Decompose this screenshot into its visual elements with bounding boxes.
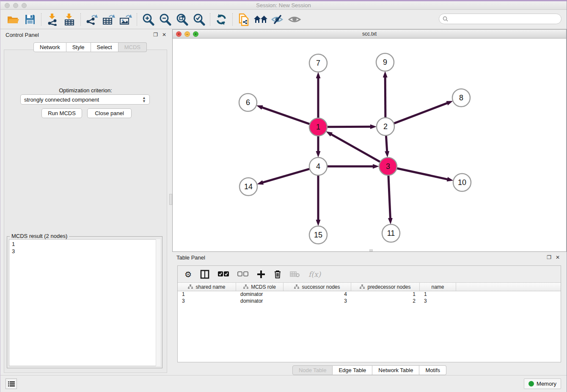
app-window: Session: New Session (0, 0, 567, 392)
edge-1-6[interactable] (262, 108, 310, 124)
select-all-icon[interactable] (218, 271, 229, 277)
close-panel-icon[interactable]: ✕ (162, 32, 166, 37)
zoom-fit-icon[interactable] (173, 12, 190, 27)
toolbar-separator (41, 13, 41, 26)
edge-2-8[interactable] (394, 103, 448, 123)
open-file-icon[interactable] (5, 12, 22, 27)
control-panel-tabs: NetworkStyleSelectMCDS (33, 42, 147, 52)
edge-3-10[interactable] (397, 168, 448, 179)
zoom-selected-icon[interactable] (190, 12, 207, 27)
column-header-predecessor-nodes[interactable]: predecessor nodes (351, 283, 420, 291)
table-panel-title: Table Panel (176, 254, 205, 261)
tab-node-table[interactable]: Node Table (292, 365, 333, 375)
hide-selected-icon[interactable] (269, 12, 286, 27)
show-all-icon[interactable] (286, 12, 303, 27)
save-session-icon[interactable] (22, 12, 39, 27)
mcds-result-list[interactable]: 1 3 (9, 239, 160, 366)
first-neighbors-icon[interactable] (252, 12, 269, 27)
delete-icon[interactable] (274, 270, 281, 279)
tab-select[interactable]: Select (91, 42, 118, 52)
column-header-name[interactable]: name (420, 283, 456, 291)
control-panel-title: Control Panel (6, 32, 39, 38)
main-titlebar: Session: New Session (0, 1, 567, 10)
network-canvas[interactable]: 7968124314101511 (173, 39, 566, 251)
task-history-icon[interactable] (6, 378, 17, 389)
criterion-value: strongly connected component (24, 97, 142, 103)
float-panel-icon[interactable]: ❐ (153, 32, 158, 37)
memory-label: Memory (537, 381, 556, 387)
close-table-panel-icon[interactable]: ✕ (556, 255, 560, 260)
node-label-6: 6 (246, 98, 250, 107)
float-table-panel-icon[interactable]: ❐ (547, 255, 551, 260)
search-box[interactable] (439, 14, 561, 24)
node-label-15: 15 (314, 231, 322, 239)
tab-motifs[interactable]: Motifs (419, 365, 446, 375)
add-column-icon[interactable] (257, 270, 265, 279)
export-image-icon[interactable] (117, 12, 134, 27)
delete-table-icon[interactable] (290, 271, 300, 278)
table-row[interactable]: 3dominator323 (178, 298, 561, 305)
node-label-9: 9 (383, 58, 387, 66)
cell-name: 1 (420, 291, 456, 298)
main-toolbar (0, 10, 567, 29)
import-table-icon[interactable] (61, 12, 78, 27)
table-row[interactable]: 1dominator411 (178, 291, 561, 298)
status-bar: Memory (0, 375, 567, 392)
column-header-MCDS-role[interactable]: MCDS role (236, 283, 284, 291)
table-panel: Table Panel ❐ ✕ ⚙ f(x) (172, 252, 567, 376)
split-pane-handle[interactable] (169, 194, 172, 205)
edge-1-2[interactable] (327, 127, 371, 127)
zoom-out-icon[interactable] (157, 12, 173, 27)
canvas-resize-handle[interactable] (369, 249, 373, 251)
chevron-up-down-icon: ▲▼ (142, 96, 146, 103)
mcds-panel: Optimization criterion: strongly connect… (4, 50, 167, 373)
memory-status-icon (528, 381, 534, 386)
node-label-7: 7 (316, 59, 320, 67)
node-table: ⚙ f(x) shared nameMCDS rolesuccessor nod… (177, 265, 561, 362)
table-header-row: shared nameMCDS rolesuccessor nodesprede… (178, 283, 561, 291)
edge-4-14[interactable] (263, 169, 310, 182)
edge-3-11[interactable] (388, 175, 391, 218)
criterion-dropdown[interactable]: strongly connected component ▲▼ (20, 94, 150, 105)
clone-network-icon[interactable] (235, 12, 252, 27)
function-builder-icon[interactable]: f(x) (308, 270, 321, 279)
cell-successor-nodes: 3 (284, 298, 351, 305)
window-title: Session: New Session (0, 2, 567, 8)
export-table-icon[interactable] (100, 12, 117, 27)
export-network-icon[interactable] (83, 12, 100, 27)
sort-column-icon (188, 284, 193, 289)
sort-column-icon (360, 284, 365, 289)
memory-button[interactable]: Memory (524, 378, 561, 389)
tab-edge-table[interactable]: Edge Table (333, 365, 372, 375)
node-label-8: 8 (459, 94, 463, 102)
settings-gear-icon[interactable]: ⚙ (184, 270, 192, 279)
toolbar-separator (210, 13, 210, 26)
result-scrollbar[interactable] (156, 239, 160, 366)
run-mcds-button[interactable]: Run MCDS (41, 108, 82, 118)
close-panel-button[interactable]: Close panel (87, 108, 132, 118)
refresh-icon[interactable] (213, 12, 230, 27)
edge-2-9[interactable] (385, 77, 385, 118)
node-label-11: 11 (387, 229, 395, 237)
column-header-successor-nodes[interactable]: successor nodes (284, 283, 351, 291)
table-toolbar: ⚙ f(x) (178, 266, 561, 283)
network-window-titlebar[interactable]: ✕ − + scc.txt (173, 30, 566, 39)
toolbar-separator (80, 13, 81, 26)
cell-shared-name: 3 (178, 298, 236, 305)
edge-2-3[interactable] (386, 135, 387, 152)
search-input[interactable] (450, 16, 561, 22)
mcds-result-title: MCDS result (2 nodes) (10, 233, 69, 239)
tab-network[interactable]: Network (33, 42, 66, 52)
deselect-all-icon[interactable] (237, 271, 248, 277)
tab-style[interactable]: Style (66, 42, 91, 52)
tab-mcds[interactable]: MCDS (118, 42, 147, 52)
column-header-shared-name[interactable]: shared name (178, 283, 236, 291)
tab-network-table[interactable]: Network Table (372, 365, 419, 375)
cell-name: 3 (420, 298, 456, 305)
edge-3-1[interactable] (331, 134, 380, 162)
node-label-1: 1 (316, 123, 320, 131)
import-network-icon[interactable] (44, 12, 61, 27)
column-layout-icon[interactable] (200, 270, 209, 279)
search-icon (443, 16, 448, 22)
zoom-in-icon[interactable] (140, 12, 157, 27)
